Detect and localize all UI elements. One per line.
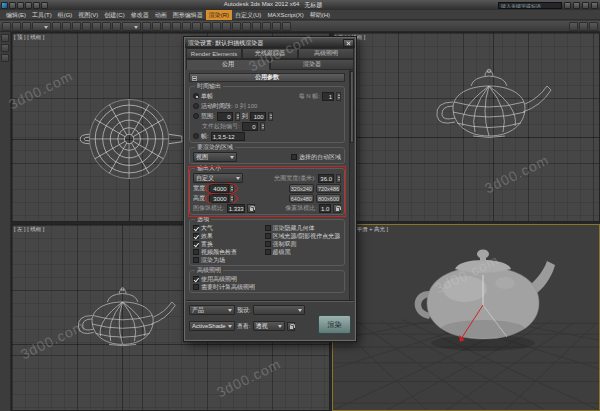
menu-animation[interactable]: 动画 — [152, 10, 170, 20]
graphite-ribbon-icon[interactable] — [252, 22, 261, 31]
tab-render-elements[interactable]: Render Elements — [186, 48, 242, 59]
menu-graph-editors[interactable]: 图形编辑器 — [170, 10, 206, 20]
new-file-icon[interactable] — [9, 2, 16, 9]
select-by-name-icon[interactable] — [62, 22, 71, 31]
pixel-aspect-field[interactable]: 1.0 — [319, 204, 331, 213]
preset-640x480-button[interactable]: 640x480 — [289, 194, 314, 203]
favorites-icon[interactable] — [582, 2, 589, 9]
window-crossing-icon[interactable] — [82, 22, 91, 31]
viewport-left-label[interactable]: [ 左 ] [ 线框 ] — [14, 226, 44, 233]
layer-manager-icon[interactable] — [242, 22, 251, 31]
menu-tools[interactable]: 工具(T) — [29, 10, 55, 20]
open-file-icon[interactable] — [17, 2, 24, 9]
select-link-icon[interactable] — [2, 22, 11, 31]
menu-rendering[interactable]: 渲染(R) — [206, 10, 232, 20]
viewport-perspective[interactable]: [ 透视 ] [ 平滑 + 高光 ] — [332, 224, 600, 411]
lock-image-aspect-icon[interactable] — [247, 204, 255, 213]
help-icon[interactable] — [591, 2, 598, 9]
angle-snap-icon[interactable] — [182, 22, 191, 31]
render-button[interactable]: 渲染 — [318, 315, 351, 334]
atmosphere-checkbox[interactable]: 大气 — [193, 224, 263, 232]
teapot-left-wireframe[interactable] — [70, 285, 182, 358]
preset-720x486-button[interactable]: 720x486 — [316, 184, 341, 193]
select-manipulate-icon[interactable] — [152, 22, 161, 31]
communication-center-icon[interactable] — [573, 2, 580, 9]
compute-advanced-lighting-checkbox[interactable]: 需要时计算高级照明 — [193, 283, 255, 291]
range-radio[interactable] — [193, 113, 199, 119]
preset-dropdown[interactable] — [253, 305, 305, 315]
width-field[interactable]: 4000 — [209, 184, 229, 193]
select-move-icon[interactable] — [92, 22, 101, 31]
menu-edit[interactable]: 编辑(E) — [3, 10, 29, 20]
spinner-icon[interactable] — [229, 194, 234, 203]
single-frame-radio[interactable] — [193, 93, 199, 99]
area-lights-as-points-checkbox[interactable]: 区域光源/阴影视作点光源 — [265, 232, 341, 240]
effects-checkbox[interactable]: 效果 — [193, 232, 263, 240]
common-parameters-rollout[interactable]: 公用参数 — [189, 73, 345, 82]
viewport-select-dropdown[interactable]: 透视 — [253, 321, 285, 331]
render-setup-icon[interactable] — [569, 22, 578, 31]
menu-create[interactable]: 创建(C) — [101, 10, 127, 20]
menu-maxscript[interactable]: MAXScript(X) — [264, 10, 306, 20]
bind-spacewarp-icon[interactable] — [22, 22, 31, 31]
frames-field[interactable]: 1,3,5-12 — [211, 132, 245, 141]
area-view-dropdown[interactable]: 视图 — [193, 152, 237, 162]
material-editor-icon[interactable] — [282, 22, 291, 31]
render-production-icon[interactable] — [589, 22, 598, 31]
preset-320x240-button[interactable]: 320x240 — [289, 184, 314, 193]
spinner-icon[interactable] — [336, 92, 341, 101]
scrollbar-thumb[interactable] — [350, 71, 354, 143]
redo-icon[interactable] — [41, 2, 48, 9]
spinner-icon[interactable] — [235, 112, 240, 121]
range-to-field[interactable]: 100 — [250, 112, 266, 121]
active-segment-radio[interactable] — [193, 103, 199, 109]
infocenter-search-input[interactable]: 键入关键字或短语 — [498, 2, 562, 9]
viewport-layout-icon[interactable] — [1, 34, 9, 42]
align-icon[interactable] — [232, 22, 241, 31]
spinner-icon[interactable] — [268, 112, 273, 121]
production-dropdown[interactable]: 产品 — [189, 305, 235, 315]
snap-3d-icon[interactable] — [172, 22, 181, 31]
lock-pixel-aspect-icon[interactable] — [333, 204, 341, 213]
auto-region-checkbox[interactable]: 选择的自动区域 — [291, 153, 341, 162]
file-number-field[interactable]: 0 — [242, 122, 258, 131]
teapot-front-wireframe[interactable] — [427, 66, 559, 152]
image-aspect-field[interactable]: 1.333 — [227, 204, 245, 213]
tab-renderer[interactable]: 渲染器 — [270, 59, 354, 70]
menu-customize[interactable]: 自定义(U) — [232, 10, 264, 20]
search-icon[interactable] — [564, 2, 571, 9]
dialog-scrollbar[interactable] — [349, 70, 354, 301]
axis-constraints-icon[interactable] — [1, 54, 9, 62]
aperture-field[interactable]: 36.0 — [318, 174, 334, 183]
snap-options-icon[interactable] — [1, 44, 9, 52]
app-logo-icon[interactable] — [1, 2, 8, 9]
rect-selection-region-icon[interactable] — [72, 22, 81, 31]
video-color-check-checkbox[interactable]: 视频颜色检查 — [193, 248, 263, 256]
super-black-checkbox[interactable]: 超级黑 — [265, 248, 291, 256]
activeshade-dropdown[interactable]: ActiveShade — [189, 321, 235, 331]
unlink-selection-icon[interactable] — [12, 22, 21, 31]
mirror-icon[interactable] — [222, 22, 231, 31]
reference-coord-dropdown[interactable] — [122, 22, 141, 31]
teapot-top-wireframe[interactable] — [76, 90, 186, 188]
spinner-icon[interactable] — [229, 184, 234, 193]
menu-modifiers[interactable]: 修改器 — [128, 10, 152, 20]
tab-advanced-lighting[interactable]: 高级照明 — [298, 48, 354, 59]
dialog-title-bar[interactable]: 渲染设置: 默认扫描线渲染器 — [185, 38, 355, 48]
menu-help[interactable]: 帮助(H) — [307, 10, 333, 20]
render-to-fields-checkbox[interactable]: 渲染为场 — [193, 256, 263, 264]
frames-radio[interactable] — [193, 133, 199, 139]
viewport-front[interactable]: [ 前 ] [ 线框 ] — [332, 32, 600, 222]
tab-raytracer[interactable]: 光线跟踪器 — [242, 48, 298, 59]
viewport-top-label[interactable]: [ 顶 ] [ 线框 ] — [14, 34, 44, 41]
preset-800x600-button[interactable]: 800x600 — [316, 194, 341, 203]
use-pivot-center-icon[interactable] — [142, 22, 151, 31]
schematic-view-icon[interactable] — [272, 22, 281, 31]
tab-common[interactable]: 公用 — [186, 59, 270, 70]
edit-named-selections-icon[interactable] — [212, 22, 221, 31]
output-size-preset-dropdown[interactable]: 自定义 — [193, 173, 243, 183]
render-hidden-geometry-checkbox[interactable]: 渲染隐藏几何体 — [265, 224, 315, 232]
force-2-sided-checkbox[interactable]: 强制双面 — [265, 240, 297, 248]
keyboard-override-icon[interactable] — [162, 22, 171, 31]
lock-viewport-icon[interactable] — [287, 322, 295, 331]
